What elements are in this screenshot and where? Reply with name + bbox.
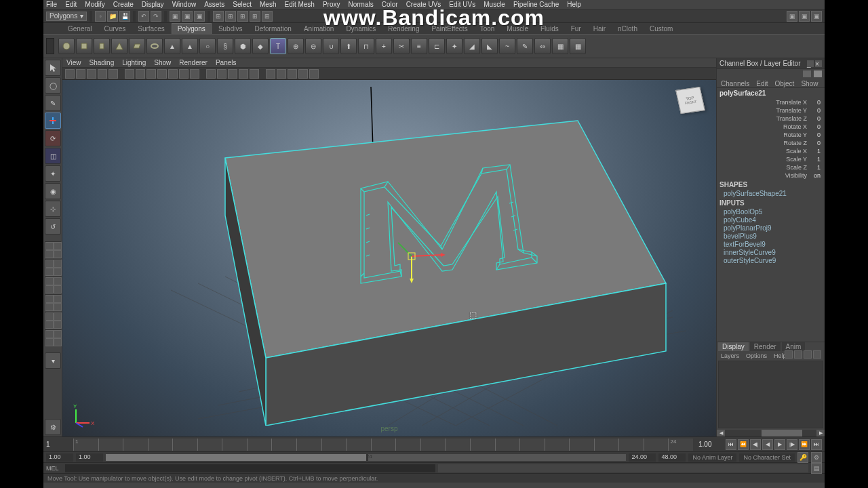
panel-view-menu[interactable]: View xyxy=(66,59,81,66)
poly-cube-button[interactable] xyxy=(76,38,92,54)
layout-two-stacked-button[interactable] xyxy=(45,294,61,310)
menu-mesh[interactable]: Mesh xyxy=(260,1,276,8)
snap-plane-button[interactable]: ⊞ xyxy=(250,11,260,22)
open-scene-button[interactable]: 📁 xyxy=(107,11,118,22)
panel-renderer-menu[interactable]: Renderer xyxy=(179,59,208,66)
step-forward-key-button[interactable]: ⏩ xyxy=(799,439,810,450)
menu-editmesh[interactable]: Edit Mesh xyxy=(284,1,314,8)
attr-rx-label[interactable]: Rotate X xyxy=(783,123,807,130)
tab-hair[interactable]: Hair xyxy=(588,24,611,34)
range-track[interactable]: 24 xyxy=(106,454,626,461)
attr-sx-value[interactable]: 1 xyxy=(810,148,821,155)
redo-button[interactable]: ↷ xyxy=(151,11,161,22)
hq-render-button[interactable] xyxy=(288,69,297,79)
edit-menu[interactable]: Edit xyxy=(756,80,768,86)
poke-button[interactable]: ✦ xyxy=(446,38,462,54)
attr-sz-label[interactable]: Scale Z xyxy=(786,164,807,171)
layout-three-top-button[interactable] xyxy=(45,312,61,328)
script-lang-toggle[interactable]: MEL xyxy=(46,465,62,472)
poly-cone-button[interactable] xyxy=(111,38,127,54)
2d-pan-button[interactable] xyxy=(98,69,107,79)
menu-file[interactable]: File xyxy=(46,1,57,8)
bookmark-button[interactable] xyxy=(76,69,85,79)
show-menu[interactable]: Show xyxy=(801,80,818,86)
tab-custom[interactable]: Custom xyxy=(644,24,678,34)
attr-rx-value[interactable]: 0 xyxy=(810,123,821,130)
smooth-shade-button[interactable] xyxy=(217,69,226,79)
panel-lighting-menu[interactable]: Lighting xyxy=(122,59,146,66)
lasso-tool[interactable]: ◯ xyxy=(45,77,61,94)
select-tool[interactable] xyxy=(45,60,61,76)
playback-start-field[interactable]: 1.00 xyxy=(76,453,103,462)
play-forward-button[interactable]: ▶ xyxy=(774,439,785,450)
offset-button[interactable]: ⊏ xyxy=(429,38,445,54)
snap-live-button[interactable]: ⊞ xyxy=(262,11,273,22)
input-node[interactable]: bevelPlus9 xyxy=(717,232,825,241)
step-back-button[interactable]: ◀| xyxy=(750,439,761,450)
poly-pipe-button[interactable]: ○ xyxy=(199,38,216,54)
selected-object-name[interactable]: polySurface21 xyxy=(717,88,825,98)
input-node[interactable]: innerStyleCurve9 xyxy=(717,249,825,257)
channelbox-mode-1[interactable] xyxy=(803,70,811,77)
input-node[interactable]: outerStyleCurve9 xyxy=(717,257,825,265)
tab-fur[interactable]: Fur xyxy=(566,24,587,34)
select-object-button[interactable]: ▣ xyxy=(182,11,193,22)
sculpt-button[interactable]: ✎ xyxy=(517,38,533,54)
rotate-tool[interactable]: ⟳ xyxy=(45,130,61,146)
character-set-dropdown[interactable]: No Character Set xyxy=(739,453,795,462)
close-icon[interactable]: × xyxy=(815,60,822,67)
tab-curves[interactable]: Curves xyxy=(99,24,132,34)
attr-rz-value[interactable]: 0 xyxy=(810,140,821,146)
tab-deformation[interactable]: Deformation xyxy=(249,24,296,34)
render-settings-button[interactable]: ▣ xyxy=(811,11,822,22)
append-button[interactable]: + xyxy=(376,38,392,54)
bevel-button[interactable]: ◣ xyxy=(481,38,498,54)
split-button[interactable]: ✂ xyxy=(393,38,410,54)
menu-display[interactable]: Display xyxy=(142,1,164,8)
attr-sy-label[interactable]: Scale Y xyxy=(786,156,807,163)
poly-type-button[interactable]: T xyxy=(270,38,286,54)
soft-mod-tool[interactable]: ◉ xyxy=(45,183,61,199)
xray-button[interactable] xyxy=(266,69,275,79)
attr-vis-value[interactable]: on xyxy=(810,172,821,179)
grease-pencil-button[interactable] xyxy=(108,69,118,79)
layer-tab-display[interactable]: Display xyxy=(718,342,749,351)
snap-point-button[interactable]: ⊞ xyxy=(237,11,248,22)
poly-plane-button[interactable] xyxy=(129,38,145,54)
current-frame-field[interactable]: 1.00 xyxy=(696,441,723,448)
viewport-extra-2[interactable] xyxy=(309,69,319,79)
scale-tool[interactable]: ◫ xyxy=(45,148,61,164)
select-hierarchy-button[interactable]: ▣ xyxy=(170,11,180,22)
attr-ty-value[interactable]: 0 xyxy=(810,107,821,114)
attr-sy-value[interactable]: 1 xyxy=(810,156,821,163)
step-forward-button[interactable]: |▶ xyxy=(787,439,797,450)
tool-settings-button[interactable]: ⚙ xyxy=(45,419,61,435)
poly-soccer-button[interactable]: ⬢ xyxy=(235,38,251,54)
gate-mask-button[interactable] xyxy=(157,69,167,79)
ipr-button[interactable]: ▣ xyxy=(799,11,810,22)
layer-options-menu[interactable]: Options xyxy=(746,352,767,358)
object-menu[interactable]: Object xyxy=(775,80,795,86)
film-gate-button[interactable] xyxy=(136,69,145,79)
menu-edit[interactable]: Edit xyxy=(65,1,77,8)
minimize-icon[interactable]: _ xyxy=(807,60,814,67)
attr-rz-label[interactable]: Rotate Z xyxy=(783,140,807,146)
toolbox-collapse-button[interactable]: ▾ xyxy=(45,352,61,369)
attr-ty-label[interactable]: Translate Y xyxy=(776,107,807,114)
layout-three-left-button[interactable] xyxy=(45,329,61,346)
layer-down-button[interactable] xyxy=(804,350,812,359)
attr-sz-value[interactable]: 1 xyxy=(810,164,821,171)
select-camera-button[interactable] xyxy=(65,69,75,79)
anim-prefs-button[interactable]: ⚙ xyxy=(811,452,822,463)
module-selector[interactable]: Polygons▾ xyxy=(46,12,87,21)
isolate-button[interactable] xyxy=(277,69,286,79)
tab-subdivs[interactable]: Subdivs xyxy=(213,24,248,34)
shelf-collapse-button[interactable] xyxy=(46,38,54,54)
show-manip-tool[interactable]: ⊹ xyxy=(45,201,61,217)
field-chart-button[interactable] xyxy=(168,69,178,79)
tab-general[interactable]: General xyxy=(62,24,98,34)
menu-create[interactable]: Create xyxy=(113,1,134,8)
layer-scrollbar[interactable]: ◀ ▶ xyxy=(717,430,825,436)
viewcube[interactable]: TOPFRONT xyxy=(678,88,708,118)
goto-start-button[interactable]: ⏮ xyxy=(726,439,736,450)
